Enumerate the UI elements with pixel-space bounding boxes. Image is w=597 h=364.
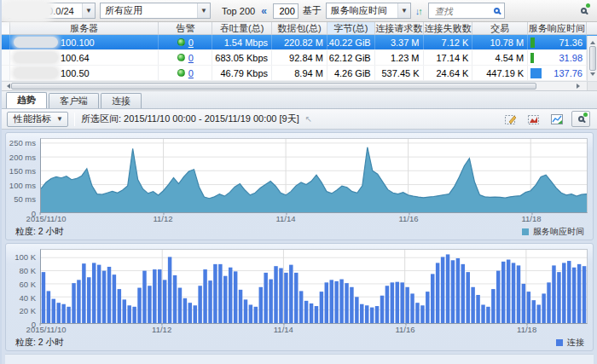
bottom-strip xyxy=(5,354,594,364)
chart-search-button[interactable] xyxy=(571,111,590,127)
alarm-count-link[interactable]: 0 xyxy=(188,53,194,63)
transactions-cell: 10.78 M xyxy=(472,35,528,49)
response-time-cell: 137.76 xyxy=(528,66,587,80)
top-toolbar: 00.0/24 ▼ 所有应用 ▼ Top 200 « 基于 服务响应时间 ▼ ↓… xyxy=(2,0,597,22)
detail-tabs: 趋势 客户端 连接 xyxy=(2,91,597,109)
y-axis-tick-label: 250 ms xyxy=(9,137,36,147)
chevron-down-icon: ▼ xyxy=(197,3,210,18)
chart-legend: 连接 xyxy=(556,337,584,349)
response-time-bar xyxy=(530,53,534,63)
response-time-cell: 31.98 xyxy=(528,50,587,65)
col-server[interactable]: 服务器 xyxy=(10,22,159,34)
chevron-down-icon: ▼ xyxy=(56,115,63,123)
packets-cell: 92.84 M xyxy=(272,50,327,65)
top-count-input[interactable] xyxy=(273,3,298,19)
response-time-chart-panel: 250 ms200 ms150 ms100 ms50 ms0 2015/11/1… xyxy=(5,132,594,240)
tab-connections[interactable]: 连接 xyxy=(101,93,142,108)
chevron-down-icon: ▼ xyxy=(397,3,410,18)
redacted-ip xyxy=(14,52,58,63)
scroll-left-icon[interactable] xyxy=(4,84,10,89)
col-throughput[interactable]: 吞吐量(总) xyxy=(212,22,272,34)
legend-swatch xyxy=(522,228,529,235)
alarm-cell: 0 xyxy=(159,50,212,65)
table-horizontal-scrollbar[interactable] xyxy=(2,81,597,90)
col-bytes[interactable]: 字节(总) xyxy=(327,22,375,34)
servers-table: 服务器 告警 吞吐量(总) 数据包(总) 字节(总) 连接请求数 连接失败数 交… xyxy=(2,22,597,91)
redacted-ip xyxy=(14,37,58,48)
selection-zoom-icon[interactable] xyxy=(525,112,542,127)
search-icon[interactable] xyxy=(494,8,500,14)
search-input[interactable] xyxy=(433,5,494,17)
table-vertical-scrollbar[interactable] xyxy=(587,36,597,81)
response-time-chart-plot[interactable] xyxy=(40,138,588,213)
metric-category-select[interactable]: 性能指标 ▼ xyxy=(7,112,68,127)
throughput-cell: 683.05 Kbps xyxy=(212,50,272,65)
y-axis-tick-label: 100 K xyxy=(14,252,36,262)
col-response-time[interactable]: 服务响应时间 xyxy=(528,22,587,34)
scroll-down-icon[interactable] xyxy=(590,72,595,78)
pointer-icon: ↖ xyxy=(305,114,312,124)
application-select[interactable]: 所有应用 ▼ xyxy=(100,3,211,19)
table-header-row: 服务器 告警 吞吐量(总) 数据包(总) 字节(总) 连接请求数 连接失败数 交… xyxy=(2,22,597,35)
selection-edit-icon[interactable] xyxy=(502,112,519,127)
x-axis-tick-label: 11/16 xyxy=(395,325,414,334)
sort-order-icon[interactable]: ↓↑ xyxy=(415,6,424,16)
scrollbar-thumb[interactable] xyxy=(11,83,536,90)
x-axis-tick-label: 11/16 xyxy=(398,214,418,223)
scroll-right-icon[interactable] xyxy=(577,84,583,89)
x-axis: 2015/11/1011/1211/1411/1611/18 xyxy=(40,324,588,335)
metric-select[interactable]: 服务响应时间 ▼ xyxy=(326,3,411,19)
col-conn-requests[interactable]: 连接请求数 xyxy=(375,22,424,34)
col-packets[interactable]: 数据包(总) xyxy=(272,22,327,34)
x-axis-tick-label: 2015/11/10 xyxy=(26,325,67,334)
based-on-label: 基于 xyxy=(303,4,322,17)
packets-cell: 220.82 M xyxy=(272,35,327,49)
conn-failures-cell: 17.14 K xyxy=(424,50,473,65)
metric-value: 服务响应时间 xyxy=(331,4,387,17)
x-axis-tick-label: 11/18 xyxy=(517,325,536,334)
col-transactions[interactable]: 交易 xyxy=(472,22,528,34)
application-value: 所有应用 xyxy=(105,4,142,17)
conn-requests-cell: 537.45 K xyxy=(375,66,424,80)
chart-footer: 粒度: 2 小时 连接 xyxy=(8,335,588,350)
tab-clients[interactable]: 客户端 xyxy=(49,93,99,108)
table-row[interactable]: 100.100 0 1.54 Mbps 220.82 M 140.22 GiB … xyxy=(2,35,597,50)
x-axis-tick-label: 11/12 xyxy=(152,325,171,334)
x-axis-tick-label: 11/18 xyxy=(521,214,541,223)
app-window: 00.0/24 ▼ 所有应用 ▼ Top 200 « 基于 服务响应时间 ▼ ↓… xyxy=(0,0,597,364)
alarm-status-icon xyxy=(177,69,185,77)
connections-chart-plot[interactable] xyxy=(40,249,588,324)
export-chart-icon[interactable] xyxy=(548,112,565,127)
x-axis-tick-label: 11/14 xyxy=(275,214,295,223)
connections-chart-panel: 100 K80 K60 K40 K20 K0 2015/11/1011/1211… xyxy=(5,243,594,351)
chart-legend: 服务响应时间 xyxy=(522,226,584,238)
legend-label: 连接 xyxy=(567,337,584,349)
col-conn-failures[interactable]: 连接失败数 xyxy=(424,22,473,34)
scrollbar-thumb[interactable] xyxy=(589,46,596,71)
packets-cell: 8.94 M xyxy=(272,66,327,80)
scroll-up-icon[interactable] xyxy=(590,38,595,44)
bytes-cell: 4.26 GiB xyxy=(327,66,375,80)
tab-trend[interactable]: 趋势 xyxy=(6,92,47,108)
alarm-status-icon xyxy=(177,38,185,46)
alarm-count-link[interactable]: 0 xyxy=(188,68,194,78)
y-axis-tick-label: 20 K xyxy=(19,306,36,315)
response-time-bar xyxy=(530,38,535,48)
alarm-count-link[interactable]: 0 xyxy=(188,38,194,48)
advanced-search-button[interactable] xyxy=(574,3,593,20)
y-axis-tick-label: 40 K xyxy=(19,292,36,302)
response-time-bar xyxy=(530,68,542,78)
green-dot-icon xyxy=(586,3,590,8)
table-row[interactable]: 100.50 0 46.79 Kbps 8.94 M 4.26 GiB 537.… xyxy=(2,66,597,81)
x-axis-tick-label: 2015/11/10 xyxy=(26,214,67,223)
collapse-icon[interactable]: « xyxy=(259,5,269,17)
throughput-cell: 46.79 Kbps xyxy=(212,66,272,80)
response-time-cell: 71.36 xyxy=(528,35,587,49)
conn-requests-cell: 1.23 M xyxy=(375,50,424,65)
bytes-cell: 140.22 GiB xyxy=(327,35,375,49)
selected-range-label: 所选区间: 2015/11/10 00:00 - 2015/11/19 00:0… xyxy=(81,113,299,125)
conn-failures-cell: 7.12 K xyxy=(424,35,473,49)
col-alarm[interactable]: 告警 xyxy=(159,22,212,34)
transactions-cell: 447.19 K xyxy=(472,66,528,80)
table-row[interactable]: 100.64 0 683.05 Kbps 92.84 M 62.12 GiB 1… xyxy=(2,50,597,66)
